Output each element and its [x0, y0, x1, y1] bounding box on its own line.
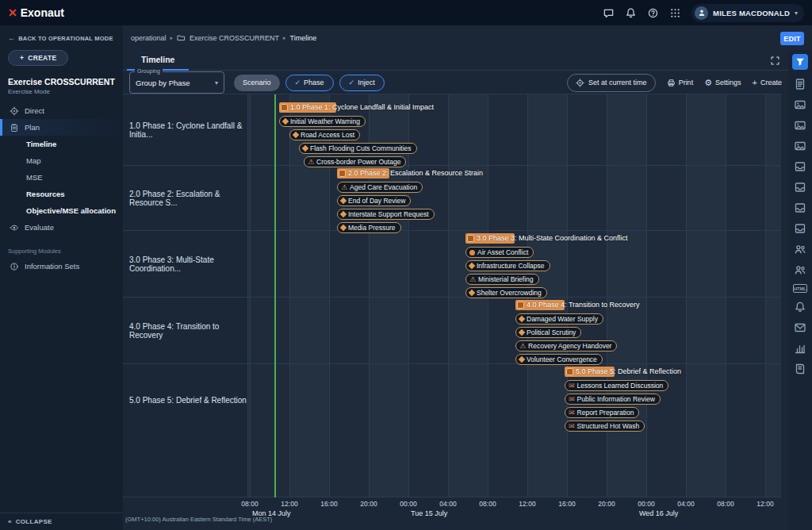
phase-icon [339, 170, 346, 177]
filter-chip-inject[interactable]: ✓Inject [339, 75, 385, 91]
grouping-select[interactable]: Grouping Group by Phase ▾ [129, 71, 224, 94]
timeline-row-3: 3.0 Phase 3: Multi-State Coordination...… [123, 231, 781, 298]
app-window: ✕ Exonaut MILES MACDONALD ▾ ← BACK TO OP… [0, 0, 812, 530]
sidebar-item-timeline[interactable]: Timeline [0, 136, 123, 152]
fullscreen-icon[interactable] [770, 55, 780, 65]
document-icon[interactable] [794, 78, 806, 90]
inject-chip[interactable]: Air Asset Conflict [465, 247, 534, 258]
axis-tick-label: 08:00 [717, 500, 733, 508]
inject-chip[interactable]: Shelter Overcrowding [465, 287, 547, 298]
sidebar-item-evaluate[interactable]: Evaluate [0, 219, 123, 236]
inject-chip[interactable]: ✉Structured Hot Wash [565, 421, 645, 432]
inject-chip[interactable]: Flash Flooding Cuts Communities [299, 143, 417, 154]
inject-chip[interactable]: Initial Weather Warning [279, 116, 366, 127]
phase-bar[interactable]: 5.0 Phase 5: Debrief & Reflection [565, 367, 615, 377]
chevron-down-icon: ▾ [215, 79, 218, 86]
phase-bar[interactable]: 3.0 Phase 3: Multi-State Coordination & … [465, 233, 515, 244]
settings-button[interactable]: ⚙ Settings [704, 79, 741, 87]
users-icon[interactable] [794, 263, 806, 276]
circle-icon [469, 250, 475, 255]
inject-chip[interactable]: ⚠Aged Care Evacuation [337, 182, 423, 193]
user-menu[interactable]: MILES MACDONALD ▾ [691, 4, 804, 22]
main-content: operational▸Exercise CROSSCURRENT▸Timeli… [123, 25, 788, 530]
sidebar-item-mse[interactable]: MSE [0, 169, 123, 186]
users-icon[interactable] [794, 243, 806, 255]
media-card-icon[interactable] [794, 119, 806, 132]
sidebar-item-information-sets[interactable]: Information Sets [0, 258, 123, 275]
chart-icon[interactable] [794, 342, 806, 355]
tab-timeline[interactable]: Timeline [127, 49, 189, 71]
sidebar-create-button[interactable]: + CREATE [8, 50, 68, 66]
envelope-icon: ✉ [569, 396, 575, 403]
set-at-current-time-button[interactable]: Set at current time [567, 74, 656, 92]
back-to-operational-mode-link[interactable]: ← BACK TO OPERATIONAL MODE [0, 25, 123, 44]
phase-row-label: 4.0 Phase 4: Transition to Recovery [123, 298, 247, 364]
print-button[interactable]: Print [667, 79, 694, 87]
inject-chip[interactable]: Interstate Support Request [337, 209, 435, 220]
collapse-sidebar-button[interactable]: « COLLAPSE [0, 513, 123, 530]
bell-icon[interactable] [794, 301, 806, 313]
info-icon [10, 262, 19, 271]
phase-bar[interactable]: 1.0 Phase 1: Cyclone Landfall & Initial … [279, 102, 336, 113]
timeline-toolbar: Grouping Group by Phase ▾ Scenario✓Phase… [123, 71, 788, 94]
inbox-tray-icon[interactable] [794, 160, 806, 173]
folder-icon [177, 33, 186, 42]
logo-text: Exonaut [21, 6, 64, 19]
inject-chip[interactable]: End of Day Review [337, 195, 411, 206]
clipboard-icon [10, 123, 19, 132]
tab-bar: Timeline [123, 49, 788, 71]
axis-tick-label: 16:00 [558, 500, 575, 508]
filter-chip-scenario[interactable]: Scenario [234, 75, 280, 91]
phase-icon [467, 235, 474, 242]
axis-day-label: Tue 15 July [411, 509, 447, 517]
inject-chip[interactable]: Political Scrutiny [515, 327, 581, 338]
plus-icon: + [20, 54, 24, 62]
inbox-tray-icon[interactable] [794, 202, 806, 214]
media-card-icon[interactable] [794, 98, 806, 111]
inject-chip[interactable]: ✉Report Preparation [565, 407, 639, 418]
axis-tick-label: 16:00 [320, 500, 337, 508]
breadcrumb-item-exercise-crosscurrent[interactable]: Exercise CROSSCURRENT [190, 34, 279, 42]
inject-chip[interactable]: Volunteer Convergence [515, 354, 603, 365]
breadcrumb-item-timeline[interactable]: Timeline [290, 34, 317, 42]
inject-chip[interactable]: ⚠Ministerial Briefing [465, 274, 539, 285]
create-button[interactable]: + Create [753, 79, 782, 87]
sidebar-item-direct[interactable]: Direct [0, 102, 123, 119]
phase-bar[interactable]: 2.0 Phase 2: Escalation & Resource Strai… [337, 168, 389, 179]
breadcrumb-item-operational[interactable]: operational [131, 34, 167, 42]
inject-chip[interactable]: ⚠Recovery Agency Handover [515, 340, 617, 351]
inject-chip[interactable]: Media Pressure [337, 222, 401, 233]
inbox-tray-icon[interactable] [794, 222, 806, 235]
inject-chip[interactable]: ⚠Cross-border Power Outage [304, 156, 406, 167]
edit-button[interactable]: EDIT [780, 32, 804, 45]
sidebar-item-plan[interactable]: Plan [0, 119, 123, 136]
sidebar-item-resources[interactable]: Resources [0, 186, 123, 202]
app-logo[interactable]: ✕ Exonaut [8, 6, 64, 19]
apps-grid-icon[interactable] [669, 7, 681, 19]
filter-icon[interactable] [792, 54, 808, 70]
filter-chip-phase[interactable]: ✓Phase [285, 75, 334, 91]
notifications-bell-icon[interactable] [625, 7, 637, 19]
inject-chip[interactable]: Damaged Water Supply [515, 313, 603, 325]
inject-chip[interactable]: Road Access Lost [289, 129, 360, 140]
media-card-icon[interactable] [794, 140, 806, 152]
help-icon[interactable] [647, 7, 659, 19]
book-icon[interactable] [794, 363, 806, 375]
timeline-row-5: 5.0 Phase 5: Debrief & Reflection5.0 Pha… [123, 364, 781, 497]
inbox-tray-icon[interactable] [794, 181, 806, 194]
axis-tick-label: 12:00 [281, 500, 297, 508]
sidebar-item-objective-mse-allocation[interactable]: Objective/MSE allocation [0, 202, 123, 219]
phase-bar[interactable]: 4.0 Phase 4: Transition to Recovery [515, 300, 565, 310]
mail-icon[interactable] [794, 321, 806, 334]
grouping-label: Grouping [135, 68, 163, 74]
sidebar-item-map[interactable]: Map [0, 152, 123, 169]
html-icon[interactable]: HTML [793, 284, 807, 293]
chat-icon[interactable] [603, 7, 615, 19]
inject-chip[interactable]: ✉Lessons Learned Discussion [565, 380, 668, 391]
inject-chip[interactable]: Infrastructure Collapse [465, 260, 550, 271]
time-axis: (GMT+10:00) Australian Eastern Standard … [123, 497, 781, 522]
timeline-row-1: 1.0 Phase 1: Cyclone Landfall & Initia..… [123, 94, 781, 166]
axis-tick-label: 00:00 [400, 500, 416, 508]
inject-chip[interactable]: ✉Public Information Review [565, 394, 661, 405]
set-time-label: Set at current time [588, 79, 647, 86]
